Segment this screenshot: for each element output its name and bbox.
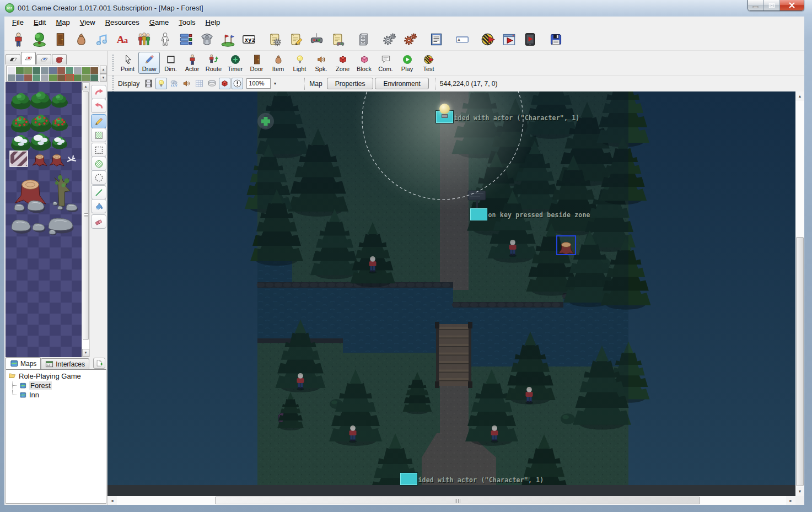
zoom-dropdown-arrow[interactable]: ▼ <box>271 78 279 89</box>
environment-button[interactable]: Environment <box>375 78 428 89</box>
tree-item-forest[interactable]: Forest <box>6 381 106 390</box>
mode-draw-button[interactable]: Draw <box>138 52 160 74</box>
zoom-select[interactable]: 100% <box>246 78 271 89</box>
gamepad-icon[interactable] <box>308 31 325 47</box>
strip-scroll-down[interactable]: ▼ <box>100 74 107 82</box>
palette-scroll-thumb[interactable] <box>83 91 89 340</box>
cabinet-icon[interactable] <box>355 31 372 47</box>
select-rect-tool[interactable] <box>91 143 106 157</box>
vscroll-thumb[interactable] <box>796 237 804 486</box>
menu-edit[interactable]: Edit <box>29 17 51 28</box>
title-bar[interactable]: 001 001 Game Creator 1.017.001 Subscript… <box>0 0 812 17</box>
actors-group-icon[interactable] <box>136 31 152 47</box>
sound-icon[interactable] <box>181 78 192 89</box>
variables-icon[interactable]: xyz <box>240 31 257 47</box>
actor-icon[interactable] <box>10 31 26 47</box>
tile-wall-tab[interactable] <box>52 54 67 64</box>
sprite-icon[interactable] <box>31 31 47 47</box>
hscroll-thumb[interactable] <box>215 497 700 504</box>
palette-scrollbar[interactable]: ▲ ▼ <box>82 82 90 357</box>
palette-scroll-up[interactable]: ▲ <box>82 83 89 90</box>
zone-cube-icon[interactable] <box>219 78 230 89</box>
properties-button[interactable]: Properties <box>327 78 374 89</box>
menu-view[interactable]: View <box>75 17 100 28</box>
mode-timer-button[interactable]: Timer <box>224 52 246 74</box>
mode-door-button[interactable]: Door <box>246 52 267 74</box>
event-marker-collide-bottom[interactable] <box>400 472 418 486</box>
bulb-toggle-icon[interactable] <box>155 78 167 89</box>
mode-item-button[interactable]: Item <box>267 52 289 74</box>
alert-icon[interactable] <box>232 78 243 89</box>
menu-file[interactable]: File <box>7 17 29 28</box>
fill-ellipse-tool[interactable] <box>91 157 106 171</box>
font-icon[interactable]: Aa <box>115 31 131 47</box>
tree-item-inn[interactable]: Inn <box>6 390 106 400</box>
mode-block-button[interactable]: Block <box>353 52 375 74</box>
map-viewport[interactable]: Collided with actor ("Character", 1)Acti… <box>107 91 795 496</box>
item-icon[interactable] <box>73 31 89 47</box>
table-icon[interactable] <box>178 31 194 47</box>
mode-play-button[interactable]: Play <box>396 52 418 74</box>
mode-point-button[interactable]: Point <box>117 52 138 74</box>
scroll-up-button[interactable]: ▲ <box>795 91 804 101</box>
redo-tool[interactable] <box>91 85 106 99</box>
close-button[interactable] <box>780 0 804 10</box>
test-ball-icon[interactable] <box>480 31 496 47</box>
tab-interfaces[interactable]: Interfaces <box>41 358 89 369</box>
event-marker-action-zone[interactable] <box>470 208 488 221</box>
mode-dim-button[interactable]: Dim. <box>160 52 181 74</box>
tile-object-tab[interactable] <box>36 54 51 64</box>
save-icon[interactable] <box>547 31 564 47</box>
strip-scroll-up[interactable]: ▲ <box>100 66 107 74</box>
mode-zone-button[interactable]: Zone <box>332 52 353 74</box>
mode-route-button[interactable]: Route <box>203 52 224 74</box>
bucket-tool[interactable] <box>91 199 106 213</box>
tileset-strip[interactable] <box>6 66 99 82</box>
scroll-right-button[interactable]: ► <box>786 496 795 505</box>
document-icon[interactable] <box>428 31 444 47</box>
script-gear-icon[interactable] <box>266 31 283 47</box>
script-edit-icon[interactable] <box>287 31 304 47</box>
menu-game[interactable]: Game <box>144 17 174 28</box>
eraser-tool[interactable] <box>91 214 106 229</box>
mode-actor-button[interactable]: Actor <box>181 52 203 74</box>
play-window-icon[interactable] <box>501 31 517 47</box>
maximize-button[interactable] <box>764 0 780 10</box>
tile-lower-tab[interactable] <box>6 54 20 64</box>
menu-tools[interactable]: Tools <box>174 17 200 28</box>
flags-icon[interactable] <box>219 31 236 47</box>
palette-scroll-down[interactable]: ▼ <box>82 349 89 357</box>
map-canvas[interactable] <box>107 91 795 496</box>
play-tablet-icon[interactable] <box>521 31 538 47</box>
music-icon[interactable] <box>94 31 110 47</box>
undo-tool[interactable] <box>91 99 106 113</box>
tree-root[interactable]: Role-Playing Game <box>6 371 106 381</box>
fill-rect-tool[interactable] <box>91 128 106 142</box>
new-map-button[interactable] <box>93 358 105 369</box>
line-tool[interactable] <box>91 185 106 200</box>
horizontal-scrollbar[interactable]: ◄► <box>107 496 795 505</box>
weather-icon[interactable] <box>168 78 180 89</box>
script-gamepad-icon[interactable] <box>329 31 346 47</box>
light-object[interactable] <box>439 104 450 114</box>
menu-help[interactable]: Help <box>201 17 225 28</box>
menu-map[interactable]: Map <box>51 17 74 28</box>
tile-palette[interactable] <box>6 82 82 357</box>
grid-icon[interactable] <box>193 78 205 89</box>
mode-spk-button[interactable]: Spk. <box>310 52 332 74</box>
mode-light-button[interactable]: Light <box>289 52 310 74</box>
mode-com-button[interactable]: Com. <box>375 52 396 74</box>
mode-test-button[interactable]: Test <box>418 52 439 74</box>
input-field-icon[interactable]: A <box>454 31 470 47</box>
tab-maps[interactable]: Maps <box>6 357 41 369</box>
equipment-icon[interactable] <box>198 31 215 47</box>
body-icon[interactable] <box>157 31 173 47</box>
tile-upper-tab[interactable] <box>21 52 36 64</box>
film-icon[interactable] <box>143 78 154 89</box>
scroll-left-button[interactable]: ◄ <box>107 496 117 505</box>
gears-red-icon[interactable] <box>402 31 418 47</box>
menu-resources[interactable]: Resources <box>100 17 144 28</box>
scroll-down-button[interactable]: ▼ <box>795 487 804 496</box>
minimize-button[interactable] <box>748 0 764 10</box>
pencil-tool-tool[interactable] <box>91 114 106 128</box>
